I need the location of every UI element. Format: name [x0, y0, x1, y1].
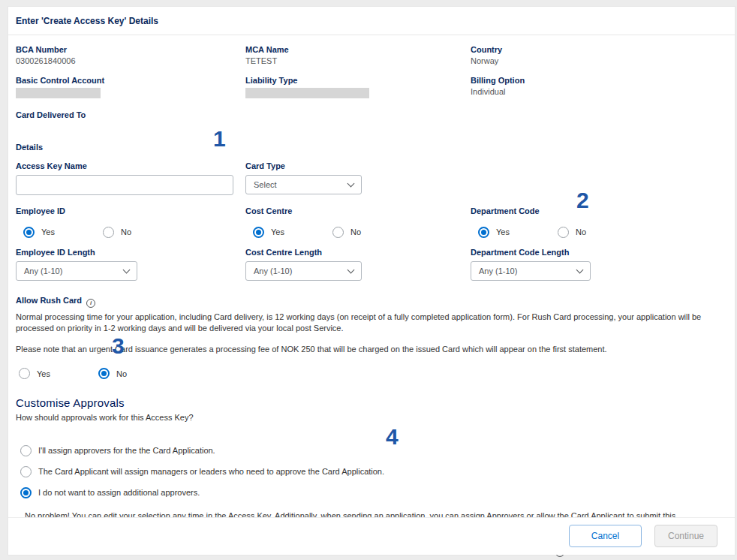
chevron-down-icon	[576, 266, 584, 274]
billing-option-label: Billing Option	[471, 76, 727, 86]
department-code-length-selected-value: Any (1-10)	[479, 266, 517, 275]
approval-option-label: I'll assign approvers for the the Card A…	[38, 446, 215, 455]
radio-selected-icon	[253, 227, 264, 238]
rush-card-no-radio[interactable]: No	[98, 368, 127, 379]
approvals-subheading: How should approvals work for this Acces…	[16, 413, 727, 422]
radio-unselected-icon	[20, 445, 32, 456]
cost-centre-length-label: Cost Centre Length	[245, 248, 471, 257]
department-code-no-radio[interactable]: No	[558, 227, 586, 238]
bca-number-label: BCA Number	[16, 45, 245, 55]
access-key-name-input[interactable]	[16, 175, 233, 195]
radio-unselected-icon	[558, 227, 569, 238]
continue-button[interactable]: Continue	[654, 525, 717, 547]
radio-selected-icon	[478, 227, 489, 238]
radio-selected-icon	[98, 368, 110, 379]
department-code-radio-group: Yes No	[478, 226, 727, 238]
mca-name-label: MCA Name	[245, 45, 471, 55]
mca-name-value: TETEST	[245, 56, 471, 66]
callout-3: 3	[112, 335, 125, 357]
bca-number-value: 0300261840006	[16, 56, 245, 66]
page-title: Enter 'Create Access Key' Details	[8, 7, 735, 35]
billing-option-value: Individual	[471, 87, 727, 97]
cost-centre-no-radio[interactable]: No	[332, 227, 361, 238]
employee-id-length-select[interactable]: Any (1-10)	[16, 261, 137, 281]
radio-unselected-icon	[19, 368, 30, 379]
department-code-length-select[interactable]: Any (1-10)	[471, 261, 591, 281]
card-type-selected-value: Select	[254, 180, 277, 189]
country-field: Country Norway	[471, 45, 727, 66]
access-key-name-field: Access Key Name	[16, 161, 245, 195]
radio-label: No	[116, 369, 127, 378]
radio-unselected-icon	[103, 227, 114, 238]
radio-label: No	[576, 227, 586, 236]
approval-option-label: I do not want to assign additional appro…	[38, 488, 200, 497]
details-section-label: Details	[16, 143, 727, 152]
cost-centre-radio-group: Yes No	[253, 226, 471, 238]
rush-card-yes-radio[interactable]: Yes	[19, 368, 50, 379]
country-value: Norway	[471, 56, 727, 66]
radio-unselected-icon	[332, 227, 344, 238]
radio-label: No	[350, 227, 361, 236]
approval-option-assign-myself[interactable]: I'll assign approvers for the the Card A…	[20, 445, 727, 456]
radio-unselected-icon	[20, 466, 32, 477]
cost-centre-yes-radio[interactable]: Yes	[253, 227, 284, 238]
department-code-label: Department Code	[471, 206, 727, 216]
cost-centre-field: Cost Centre Yes No Cost Centre Length An…	[245, 206, 471, 281]
callout-2: 2	[576, 189, 589, 212]
radio-label: Yes	[496, 227, 510, 236]
department-code-yes-radio[interactable]: Yes	[478, 227, 510, 238]
access-key-name-label: Access Key Name	[16, 161, 245, 171]
radio-label: Yes	[37, 369, 50, 378]
radio-selected-icon	[20, 487, 32, 498]
radio-label: Yes	[271, 227, 284, 236]
basic-control-account-redacted-value	[16, 88, 101, 98]
customise-approvals-heading: Customise Approvals	[16, 396, 727, 409]
employee-id-label: Employee ID	[16, 206, 245, 216]
mca-name-field: MCA Name TETEST	[245, 45, 471, 66]
card-type-select[interactable]: Select	[245, 175, 362, 194]
rush-card-radio-group: Yes No	[19, 368, 727, 380]
card-type-label: Card Type	[245, 161, 471, 171]
liability-type-field: Liability Type	[245, 76, 471, 98]
liability-type-redacted-value	[245, 88, 369, 98]
create-access-key-panel: Enter 'Create Access Key' Details BCA Nu…	[8, 6, 735, 555]
account-summary: BCA Number 0300261840006 MCA Name TETEST…	[16, 45, 727, 98]
card-type-field: Card Type Select	[245, 161, 471, 195]
employee-id-yes-radio[interactable]: Yes	[23, 227, 55, 238]
form-content: BCA Number 0300261840006 MCA Name TETEST…	[8, 45, 735, 560]
cancel-button[interactable]: Cancel	[569, 525, 642, 547]
employee-id-radio-group: Yes No	[23, 226, 245, 238]
approval-option-applicant-assigns[interactable]: The Card Applicant will assign managers …	[20, 466, 727, 477]
radio-label: Yes	[41, 227, 55, 236]
callout-1: 1	[213, 128, 226, 150]
allow-rush-card-label: Allow Rush Card	[16, 296, 82, 305]
employee-id-no-radio[interactable]: No	[103, 227, 131, 238]
country-label: Country	[471, 45, 727, 55]
info-icon[interactable]: i	[86, 299, 95, 308]
department-code-length-label: Department Code Length	[471, 248, 727, 257]
name-type-row: Access Key Name Card Type Select	[16, 161, 727, 195]
cost-centre-length-selected-value: Any (1-10)	[254, 266, 292, 275]
card-delivered-to-label: Card Delivered To	[16, 110, 727, 120]
employee-id-length-label: Employee ID Length	[16, 248, 245, 257]
rush-card-description-1: Normal processing time for your applicat…	[16, 312, 706, 334]
basic-control-account-label: Basic Control Account	[16, 76, 245, 86]
billing-option-field: Billing Option Individual	[471, 76, 727, 98]
chevron-down-icon	[123, 266, 131, 274]
radio-label: No	[121, 227, 131, 236]
employee-id-length-selected-value: Any (1-10)	[24, 266, 62, 275]
approval-option-no-approvers[interactable]: I do not want to assign additional appro…	[20, 487, 727, 498]
chevron-down-icon	[347, 180, 355, 188]
liability-type-label: Liability Type	[245, 76, 471, 86]
basic-control-account-field: Basic Control Account	[16, 76, 245, 98]
toggles-row: Employee ID Yes No Employee ID Length An…	[16, 206, 727, 281]
footer-actions: Cancel Continue	[8, 517, 735, 555]
callout-4: 4	[386, 426, 399, 448]
cost-centre-length-select[interactable]: Any (1-10)	[245, 261, 362, 281]
employee-id-field: Employee ID Yes No Employee ID Length An…	[16, 206, 245, 281]
bca-number-field: BCA Number 0300261840006	[16, 45, 245, 66]
chevron-down-icon	[347, 266, 355, 274]
department-code-field: Department Code Yes No Department Code L…	[471, 206, 727, 281]
cost-centre-label: Cost Centre	[245, 206, 471, 216]
approval-option-label: The Card Applicant will assign managers …	[38, 467, 384, 476]
